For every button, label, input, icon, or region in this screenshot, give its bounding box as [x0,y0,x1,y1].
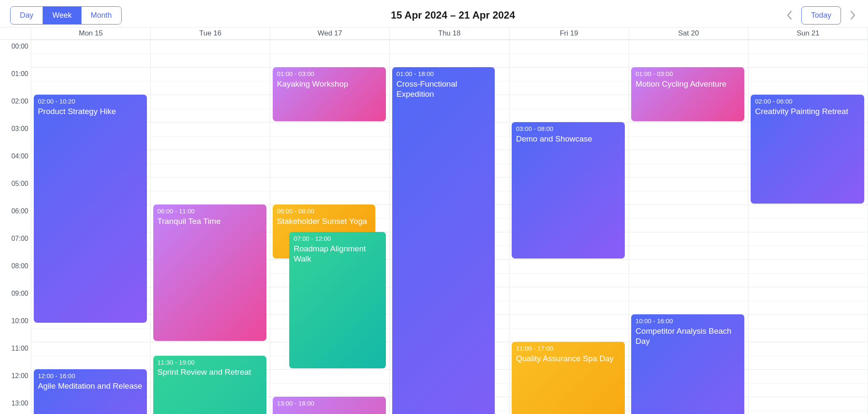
event-time: 01:00 - 03:00 [277,70,382,78]
event-title: Sprint Review and Retreat [157,367,262,378]
date-range-title: 15 Apr 2024 – 21 Apr 2024 [122,9,784,21]
calendar: Mon 15 Tue 16 Wed 17 Thu 18 Fri 19 Sat 2… [0,27,868,414]
event-title: Cross-Functional Expedition [396,79,491,100]
event-title: Product Strategy Hike [38,106,143,117]
time-label: 09:00 [0,290,28,297]
today-button[interactable]: Today [801,6,841,25]
time-label: 12:00 [0,372,28,380]
event-title: Creativity Painting Retreat [755,106,860,117]
event-time: 11:00 - 17:00 [516,344,621,353]
time-label: 04:00 [0,153,28,160]
day-col-fri[interactable]: 03:00 - 08:00Demo and Showcase11:00 - 17… [510,40,629,414]
day-header-mon[interactable]: Mon 15 [31,27,151,39]
calendar-event[interactable]: 11:00 - 17:00Quality Assurance Spa Day [512,342,625,414]
event-time: 12:00 - 16:00 [38,372,143,380]
time-label: 02:00 [0,98,28,105]
time-label: 11:00 [0,345,28,352]
event-title: Demo and Showcase [516,134,621,144]
calendar-event[interactable]: 12:00 - 16:00Agile Meditation and Releas… [34,369,147,414]
time-label: 01:00 [0,70,28,78]
day-col-tue[interactable]: 06:00 - 11:00Tranquil Tea Time11:30 - 19… [151,40,270,414]
event-time: 01:00 - 18:00 [396,70,491,78]
calendar-event[interactable]: 06:00 - 11:00Tranquil Tea Time [153,204,266,341]
event-time: 10:00 - 16:00 [635,317,740,325]
calendar-event[interactable]: 02:00 - 06:00Creativity Painting Retreat [751,95,864,204]
time-label: 00:00 [0,43,28,50]
event-title: Agile Meditation and Release [38,381,143,392]
view-month-button[interactable]: Month [81,7,121,24]
view-day-button[interactable]: Day [11,7,43,24]
day-col-mon[interactable]: 02:00 - 10:20Product Strategy Hike12:00 … [31,40,151,414]
calendar-event[interactable]: 01:00 - 03:00Motion Cycling Adventure [631,67,744,121]
event-time: 02:00 - 10:20 [38,97,143,106]
prev-week-icon[interactable] [784,10,795,20]
day-header-tue[interactable]: Tue 16 [151,27,270,39]
event-time: 03:00 - 08:00 [516,125,621,133]
event-title: Quality Assurance Spa Day [516,354,621,364]
event-title: Roadmap Alignment Walk [293,244,382,264]
day-col-wed[interactable]: 01:00 - 03:00Kayaking Workshop06:00 - 08… [270,40,390,414]
time-label: 05:00 [0,180,28,188]
toolbar: Day Week Month 15 Apr 2024 – 21 Apr 2024… [0,0,868,27]
calendar-event[interactable]: 02:00 - 10:20Product Strategy Hike [34,95,147,323]
calendar-event[interactable]: 10:00 - 16:00Competitor Analysis Beach D… [631,314,744,414]
day-header-fri[interactable]: Fri 19 [510,27,629,39]
next-week-icon[interactable] [848,10,858,20]
event-title: Motion Cycling Adventure [635,79,740,90]
event-time: 06:00 - 08:00 [277,207,371,215]
calendar-event[interactable]: 11:30 - 19:00Sprint Review and Retreat [153,356,266,414]
grid-body: 00:0001:0002:0003:0004:0005:0006:0007:00… [0,40,868,414]
calendar-event[interactable]: 13:00 - 18:00 [273,397,386,414]
time-gutter: 00:0001:0002:0003:0004:0005:0006:0007:00… [0,40,31,414]
calendar-event[interactable]: 01:00 - 18:00Cross-Functional Expedition [392,67,495,414]
time-gutter-header [0,27,31,39]
view-week-button[interactable]: Week [43,7,81,24]
day-col-sat[interactable]: 01:00 - 03:00Motion Cycling Adventure10:… [629,40,749,414]
day-col-sun[interactable]: 02:00 - 06:00Creativity Painting Retreat [749,40,868,414]
toolbar-right: Today [784,6,858,25]
time-label: 07:00 [0,235,28,242]
day-header-sun[interactable]: Sun 21 [749,27,868,39]
event-title: Tranquil Tea Time [157,216,262,227]
event-time: 11:30 - 19:00 [157,358,262,367]
calendar-event[interactable]: 01:00 - 03:00Kayaking Workshop [273,67,386,121]
time-label: 03:00 [0,125,28,133]
time-label: 08:00 [0,262,28,270]
event-title: Competitor Analysis Beach Day [635,326,740,347]
calendar-event[interactable]: 03:00 - 08:00Demo and Showcase [512,122,625,259]
event-time: 06:00 - 11:00 [157,207,262,215]
grid-columns: 02:00 - 10:20Product Strategy Hike12:00 … [31,40,868,414]
event-title: Kayaking Workshop [277,79,382,90]
event-time: 13:00 - 18:00 [277,399,382,408]
event-title: Stakeholder Sunset Yoga [277,216,371,227]
time-label: 13:00 [0,400,28,407]
day-header-row: Mon 15 Tue 16 Wed 17 Thu 18 Fri 19 Sat 2… [0,27,868,40]
event-time: 07:00 - 12:00 [293,234,382,243]
calendar-event[interactable]: 07:00 - 12:00Roadmap Alignment Walk [289,232,386,368]
day-header-sat[interactable]: Sat 20 [629,27,749,39]
time-label: 06:00 [0,207,28,215]
event-time: 01:00 - 03:00 [635,70,740,78]
day-header-wed[interactable]: Wed 17 [270,27,390,39]
event-time: 02:00 - 06:00 [755,97,860,106]
view-switch: Day Week Month [10,6,122,25]
day-header-thu[interactable]: Thu 18 [390,27,509,39]
day-col-thu[interactable]: 01:00 - 18:00Cross-Functional Expedition [390,40,509,414]
time-label: 10:00 [0,317,28,325]
